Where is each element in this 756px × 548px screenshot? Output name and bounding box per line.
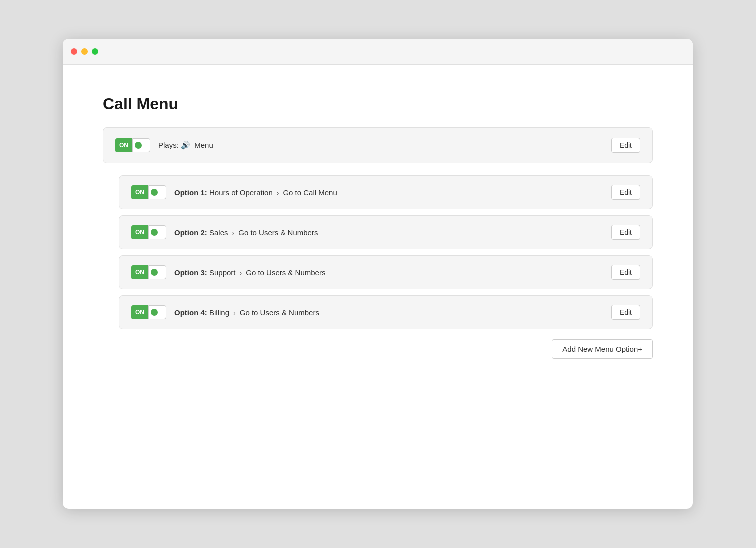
option-toggle-option2[interactable]: ON <box>132 226 166 240</box>
minimize-button[interactable] <box>82 48 88 55</box>
toggle-on-label: ON <box>116 138 132 152</box>
plays-value: Menu <box>194 141 214 150</box>
plays-prefix: Plays: <box>158 141 179 150</box>
option-left: ON Option 3: Support › Go to Users & Num… <box>132 266 326 280</box>
maximize-button[interactable] <box>92 48 98 55</box>
options-container: ON Option 1: Hours of Operation › Go to … <box>103 176 653 330</box>
option-card: ON Option 2: Sales › Go to Users & Numbe… <box>119 216 653 250</box>
speaker-icon: 🔊 <box>181 141 190 150</box>
option-label-bold: Option 4: <box>174 308 208 317</box>
add-new-menu-option-button[interactable]: Add New Menu Option+ <box>552 340 653 359</box>
option-left: ON Option 2: Sales › Go to Users & Numbe… <box>132 226 318 240</box>
app-window: Call Menu ON Plays: 🔊 Menu Edit <box>63 39 693 509</box>
close-button[interactable] <box>71 48 78 55</box>
option-label-text: Sales <box>210 228 228 237</box>
main-plays-card: ON Plays: 🔊 Menu Edit <box>103 128 653 164</box>
toggle-thumb <box>151 269 158 276</box>
toggle-on-label: ON <box>132 226 148 240</box>
option-action: Go to Call Menu <box>283 188 337 197</box>
option-edit-button-option2[interactable]: Edit <box>612 225 640 240</box>
option-edit-button-option3[interactable]: Edit <box>612 265 640 280</box>
chevron-icon: › <box>234 310 236 317</box>
toggle-on-label: ON <box>132 186 148 200</box>
option-toggle-option3[interactable]: ON <box>132 266 166 280</box>
option-label-text: Support <box>210 268 236 277</box>
toggle-thumb <box>151 309 158 316</box>
option-label-bold: Option 2: <box>174 228 208 237</box>
option-left: ON Option 1: Hours of Operation › Go to … <box>132 186 338 200</box>
toggle-thumb <box>151 229 158 236</box>
option-label: Option 2: Sales › Go to Users & Numbers <box>174 228 318 237</box>
option-label-text: Hours of Operation <box>210 188 273 197</box>
option-edit-button-option4[interactable]: Edit <box>612 305 640 320</box>
toggle-track <box>148 266 166 280</box>
toggle-track <box>132 138 150 152</box>
toggle-on-label: ON <box>132 266 148 280</box>
main-card-left: ON Plays: 🔊 Menu <box>116 138 214 152</box>
page-title: Call Menu <box>103 95 653 114</box>
chevron-icon: › <box>232 230 234 237</box>
option-card: ON Option 1: Hours of Operation › Go to … <box>119 176 653 210</box>
option-label: Option 4: Billing › Go to Users & Number… <box>174 308 320 317</box>
option-label-text: Billing <box>210 308 230 317</box>
option-label: Option 3: Support › Go to Users & Number… <box>174 268 326 277</box>
plays-label: Plays: 🔊 Menu <box>158 141 214 150</box>
main-content: Call Menu ON Plays: 🔊 Menu Edit <box>63 65 693 389</box>
toggle-on-label: ON <box>132 306 148 320</box>
option-left: ON Option 4: Billing › Go to Users & Num… <box>132 306 320 320</box>
add-option-section: Add New Menu Option+ <box>103 340 653 359</box>
option-toggle-option4[interactable]: ON <box>132 306 166 320</box>
toggle-track <box>148 226 166 240</box>
chevron-icon: › <box>277 190 279 197</box>
option-toggle-option1[interactable]: ON <box>132 186 166 200</box>
main-toggle[interactable]: ON <box>116 138 150 152</box>
toggle-track <box>148 306 166 320</box>
option-label-bold: Option 1: <box>174 188 208 197</box>
main-edit-button[interactable]: Edit <box>612 138 640 153</box>
option-label: Option 1: Hours of Operation › Go to Cal… <box>174 188 338 197</box>
chevron-icon: › <box>240 270 242 277</box>
option-card: ON Option 4: Billing › Go to Users & Num… <box>119 296 653 330</box>
option-action: Go to Users & Numbers <box>240 308 320 317</box>
option-label-bold: Option 3: <box>174 268 208 277</box>
titlebar <box>63 39 693 65</box>
toggle-track <box>148 186 166 200</box>
option-edit-button-option1[interactable]: Edit <box>612 185 640 200</box>
option-action: Go to Users & Numbers <box>246 268 326 277</box>
option-card: ON Option 3: Support › Go to Users & Num… <box>119 256 653 290</box>
option-action: Go to Users & Numbers <box>238 228 318 237</box>
toggle-thumb <box>151 189 158 196</box>
toggle-thumb <box>135 142 142 149</box>
